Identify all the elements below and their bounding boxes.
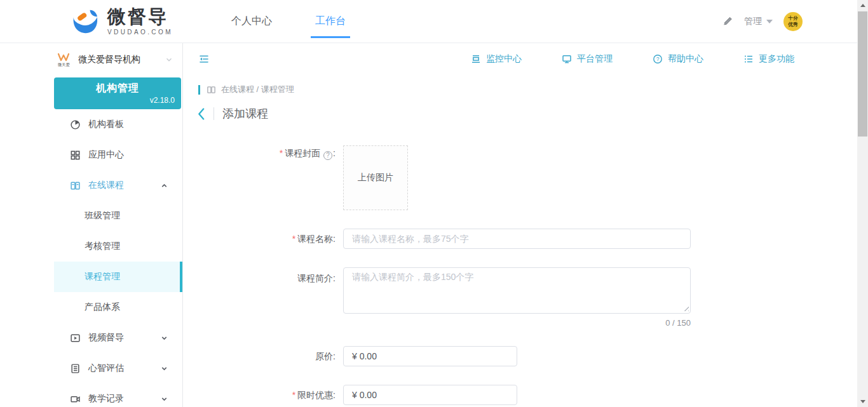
form-row-cover: *课程封面 : 上传图片 [183,145,857,210]
vertical-scrollbar[interactable] [857,0,868,407]
monitor-list-icon [471,54,481,64]
discount-price-label: *限时优惠: [183,385,343,405]
form-row-intro: 课程简介: 0 / 150 [183,267,857,328]
header-tabs: 个人中心 工作台 [229,11,348,32]
sidebar-item-label: 课程管理 [85,271,120,283]
breadcrumb[interactable]: 在线课程 / 课程管理 [198,84,857,95]
sidebar-item-label: 应用中心 [88,149,124,161]
sidebar-item-course-management[interactable]: 课程管理 [54,262,182,292]
nav-help-center[interactable]: ? 帮助中心 [653,53,703,65]
top-header: 微督导 VDUDAO.COM 个人中心 工作台 管理 [0,0,857,43]
tab-personal-center[interactable]: 个人中心 [229,11,275,32]
avatar-text-top: 十分 [788,15,797,20]
page-title: 添加课程 [222,106,268,121]
original-price-label: 原价: [183,346,343,366]
sidebar-item-product-system[interactable]: 产品体系 [54,292,182,323]
nav-item-label: 更多功能 [759,53,794,65]
form-row-name: *课程名称: [183,229,857,249]
nav-more-functions[interactable]: 更多功能 [743,53,794,65]
sidebar-item-label: 考核管理 [85,241,120,252]
brand-name: 微督导 [107,8,173,26]
chevron-down-icon [160,334,168,342]
sidebar-item-label: 视频督导 [88,332,124,344]
triangle-down-icon [860,400,865,403]
nav-item-label: 平台管理 [577,53,613,65]
manage-label: 管理 [744,16,762,27]
org-switcher[interactable]: 微关爱 微关爱督导机构 [54,48,182,72]
edit-pencil-icon[interactable] [722,16,733,27]
title-divider [214,107,214,120]
sidebar-item-dashboard[interactable]: 机构看板 [54,109,182,140]
sidebar-item-online-courses[interactable]: 在线课程 [54,170,182,201]
org-logo-icon: 微关爱 [54,53,73,67]
nav-item-label: 帮助中心 [668,53,703,65]
course-intro-label: 课程简介: [183,267,343,328]
chevron-down-icon [160,395,168,403]
chevron-down-icon [160,364,168,373]
brand-hand-icon [70,8,99,35]
sidebar-item-label: 班级管理 [85,210,120,222]
video-camera-icon [70,394,81,404]
scroll-down-button[interactable] [857,396,868,407]
nav-item-label: 监控中心 [486,53,522,65]
sidebar-item-class-management[interactable]: 班级管理 [54,201,182,231]
scrollbar-thumb[interactable] [858,11,867,137]
sidebar-item-mind-evaluation[interactable]: 心智评估 [54,353,182,384]
sidebar-menu: 机构看板 应用中心 在线课程 [54,109,182,407]
module-title: 机构管理 [54,82,181,95]
sidebar-item-video-supervision[interactable]: 视频督导 [54,323,182,353]
video-play-icon [70,333,81,344]
open-book-icon [207,85,216,95]
sidebar: 微关爱 微关爱督导机构 机构管理 v2.18.0 [0,43,183,407]
module-banner: 机构管理 v2.18.0 [54,77,181,109]
assessment-doc-icon [70,363,81,374]
sidebar-item-label: 在线课程 [88,180,124,191]
chevron-down-icon [165,55,173,64]
nav-monitoring-center[interactable]: 监控中心 [471,53,522,65]
cover-label: *课程封面 : [183,145,343,210]
breadcrumb-text: 在线课程 / 课程管理 [221,84,294,95]
tab-workbench[interactable]: 工作台 [313,11,348,32]
sidebar-item-label: 教学记录 [88,393,124,404]
course-name-input[interactable] [343,229,691,249]
scroll-up-button[interactable] [857,0,868,11]
org-name: 微关爱督导机构 [78,54,140,65]
triangle-up-icon [860,4,865,7]
course-name-label: *课程名称: [183,229,343,249]
sidebar-item-teaching-records[interactable]: 教学记录 [54,384,182,407]
add-course-form: *课程封面 : 上传图片 *课程名称: 课 [183,145,857,407]
sidebar-item-assessment-management[interactable]: 考核管理 [54,231,182,262]
pie-chart-icon [70,119,81,130]
secondary-nav: 监控中心 平台管理 ? 帮助中心 [183,43,857,75]
course-intro-textarea[interactable] [343,267,691,314]
char-counter: 0 / 150 [343,318,691,328]
sidebar-item-app-center[interactable]: 应用中心 [54,140,182,170]
manage-dropdown[interactable]: 管理 [744,16,773,27]
upload-image-button[interactable]: 上传图片 [343,145,408,210]
brand-logo: 微督导 VDUDAO.COM [70,8,173,36]
sidebar-item-label: 产品体系 [85,302,120,313]
sidebar-item-label: 机构看板 [88,119,124,130]
form-row-discount: *限时优惠: [183,385,857,405]
discount-price-input[interactable] [343,385,517,405]
breadcrumb-accent-bar [198,85,200,95]
chevron-down-icon [766,20,773,23]
main-content: 监控中心 平台管理 ? 帮助中心 [183,43,857,407]
original-price-input[interactable] [343,346,517,366]
platform-icon [562,54,572,64]
org-logo-text: 微关爱 [58,62,70,66]
chevron-up-icon [160,182,168,190]
back-button[interactable] [197,108,205,120]
nav-platform-management[interactable]: 平台管理 [562,53,613,65]
brand-domain: VDUDAO.COM [107,29,173,36]
svg-text:?: ? [656,56,660,62]
question-circle-icon[interactable] [323,151,332,160]
module-version: v2.18.0 [54,96,181,105]
collapse-sidebar-icon[interactable] [198,54,210,64]
question-circle-icon: ? [653,54,663,64]
more-list-icon [743,54,754,64]
required-mark: * [280,148,283,158]
open-book-icon [70,180,81,191]
avatar[interactable]: 十分 优秀 [783,12,803,31]
avatar-text-bottom: 优秀 [788,22,797,27]
